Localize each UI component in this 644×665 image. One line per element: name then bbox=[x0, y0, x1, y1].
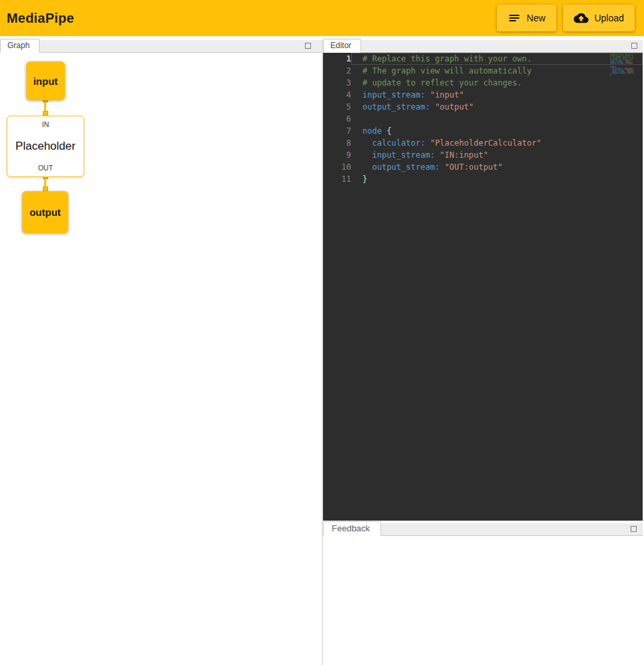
feedback-tabstrip: Feedback bbox=[323, 523, 643, 536]
code-line[interactable]: 2# The graph view will automatically bbox=[323, 65, 643, 77]
upload-button[interactable]: Upload bbox=[563, 5, 635, 31]
feedback-panel: Feedback bbox=[323, 523, 643, 665]
tab-feedback-label: Feedback bbox=[332, 523, 370, 533]
header-actions: New Upload bbox=[497, 5, 635, 31]
editor-lines: 1# Replace this graph with your own.2# T… bbox=[323, 53, 643, 185]
code-line[interactable]: 1# Replace this graph with your own. bbox=[323, 53, 643, 65]
graph-popout-icon[interactable] bbox=[305, 43, 311, 49]
output-node-label: output bbox=[29, 207, 61, 218]
code-line[interactable]: 6 bbox=[323, 113, 643, 125]
editor-panel: Editor 1# Replace this graph with your o… bbox=[323, 40, 643, 521]
editor-tabstrip: Editor bbox=[323, 40, 643, 53]
code-line[interactable]: 9 input_stream: "IN:input" bbox=[323, 149, 643, 161]
tab-feedback[interactable]: Feedback bbox=[323, 521, 381, 536]
code-line[interactable]: 4input_stream: "input" bbox=[323, 89, 643, 101]
tab-editor[interactable]: Editor bbox=[323, 39, 361, 53]
code-line[interactable]: 8 calculator: "PlaceholderCalculator" bbox=[323, 137, 643, 149]
code-line[interactable]: 7node { bbox=[323, 125, 643, 137]
upload-button-label: Upload bbox=[595, 13, 624, 23]
graph-canvas[interactable]: input IN Placeholder OUT output bbox=[0, 53, 322, 665]
tab-editor-label: Editor bbox=[330, 41, 351, 50]
placeholder-node-label: Placeholder bbox=[15, 140, 76, 153]
code-line[interactable]: 3# update to reflect your changes. bbox=[323, 77, 643, 89]
output-node[interactable]: output bbox=[22, 191, 68, 233]
input-node[interactable]: input bbox=[26, 61, 65, 100]
feedback-body bbox=[323, 536, 643, 665]
out-port-label: OUT bbox=[38, 164, 53, 172]
tab-graph-label: Graph bbox=[7, 41, 29, 50]
app-header: MediaPipe New Upload bbox=[0, 0, 644, 36]
workspace: Graph input IN Placeholder OUT output bbox=[0, 36, 644, 665]
placeholder-node[interactable]: IN Placeholder OUT bbox=[7, 116, 84, 177]
app-title: MediaPipe bbox=[7, 11, 74, 26]
new-button[interactable]: New bbox=[497, 5, 556, 31]
code-line[interactable]: 11} bbox=[323, 173, 643, 185]
right-column: Editor 1# Replace this graph with your o… bbox=[323, 40, 643, 665]
tab-graph[interactable]: Graph bbox=[0, 39, 39, 53]
editor-popout-icon[interactable] bbox=[631, 43, 637, 49]
code-line[interactable]: 5output_stream: "output" bbox=[323, 101, 643, 113]
menu-icon bbox=[508, 11, 521, 25]
graph-tabstrip: Graph bbox=[0, 40, 322, 53]
feedback-popout-icon[interactable] bbox=[631, 526, 637, 532]
new-button-label: New bbox=[527, 13, 546, 23]
in-port-label: IN bbox=[42, 120, 49, 128]
input-node-label: input bbox=[33, 76, 58, 87]
cloud-upload-icon bbox=[574, 11, 588, 25]
graph-panel: Graph input IN Placeholder OUT output bbox=[0, 40, 323, 665]
code-editor[interactable]: 1# Replace this graph with your own.2# T… bbox=[323, 53, 643, 521]
code-line[interactable]: 10 output_stream: "OUT:output" bbox=[323, 161, 643, 173]
